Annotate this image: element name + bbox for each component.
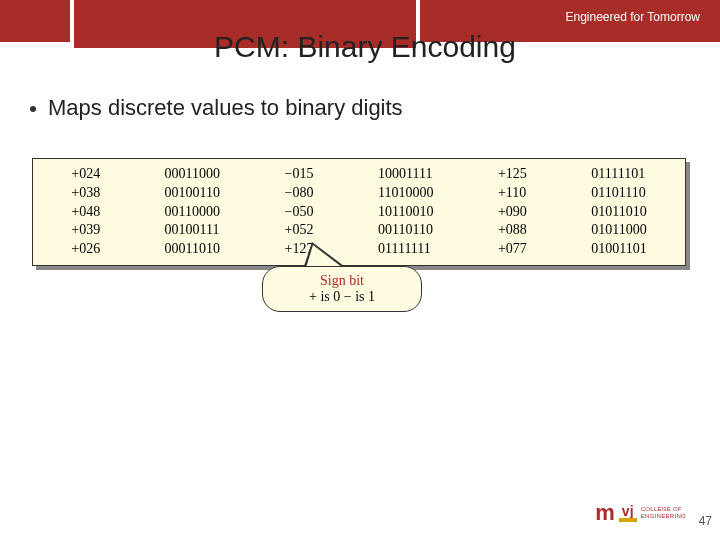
mvj-logo: m vj COLLEGE OF ENGINEERING	[595, 500, 686, 526]
col-bin-1: 00011000 00100110 00110000 00100111 0001…	[165, 165, 220, 259]
cell: 00011000	[165, 165, 220, 184]
cell: 00011010	[165, 240, 220, 259]
col-dec-3: +125 +110 +090 +088 +077	[498, 165, 527, 259]
logo-m: m	[595, 500, 615, 526]
cell: −080	[285, 184, 314, 203]
bullet-dot	[30, 106, 36, 112]
cell: +110	[498, 184, 527, 203]
cell: +048	[71, 203, 100, 222]
cell: −015	[285, 165, 314, 184]
cell: +125	[498, 165, 527, 184]
slide-title: PCM: Binary Encoding	[150, 30, 580, 64]
cell: 01011010	[591, 203, 646, 222]
cell: 01101110	[591, 184, 646, 203]
cell: 01111111	[378, 240, 433, 259]
cell: 10110010	[378, 203, 433, 222]
cell: +052	[285, 221, 314, 240]
cell: +088	[498, 221, 527, 240]
logo-vj: vj	[619, 505, 637, 522]
logo-line1: COLLEGE OF	[641, 506, 682, 512]
cell: 00100110	[165, 184, 220, 203]
cell: −050	[285, 203, 314, 222]
encoding-table: +024 +038 +048 +039 +026 00011000 001001…	[32, 158, 686, 266]
cell: 11010000	[378, 184, 433, 203]
cell: 01011000	[591, 221, 646, 240]
callout-line1: Sign bit	[277, 273, 407, 289]
logo-vj-bar	[619, 518, 637, 522]
cell: +090	[498, 203, 527, 222]
callout-body: Sign bit + is 0 − is 1	[262, 266, 422, 312]
cell: +026	[71, 240, 100, 259]
cell: 00110000	[165, 203, 220, 222]
logo-vj-text: vj	[622, 505, 634, 517]
cell: +038	[71, 184, 100, 203]
cell: 01111101	[591, 165, 646, 184]
cell: +039	[71, 221, 100, 240]
callout-sign-bit: Sign bit + is 0 − is 1	[262, 266, 422, 312]
col-bin-2: 10001111 11010000 10110010 00110110 0111…	[378, 165, 433, 259]
logo-text: COLLEGE OF ENGINEERING	[641, 506, 686, 519]
cell: 10001111	[378, 165, 433, 184]
col-bin-3: 01111101 01101110 01011010 01011000 0100…	[591, 165, 646, 259]
cell: 00110110	[378, 221, 433, 240]
bullet-line: Maps discrete values to binary digits	[30, 95, 403, 121]
cell: +077	[498, 240, 527, 259]
page-number: 47	[699, 514, 712, 528]
tagline: Engineered for Tomorrow	[565, 10, 700, 24]
cell: 01001101	[591, 240, 646, 259]
callout-line2: + is 0 − is 1	[277, 289, 407, 305]
cell: +024	[71, 165, 100, 184]
col-dec-1: +024 +038 +048 +039 +026	[71, 165, 100, 259]
logo-line2: ENGINEERING	[641, 513, 686, 519]
cell: 00100111	[165, 221, 220, 240]
bullet-text: Maps discrete values to binary digits	[48, 95, 403, 120]
